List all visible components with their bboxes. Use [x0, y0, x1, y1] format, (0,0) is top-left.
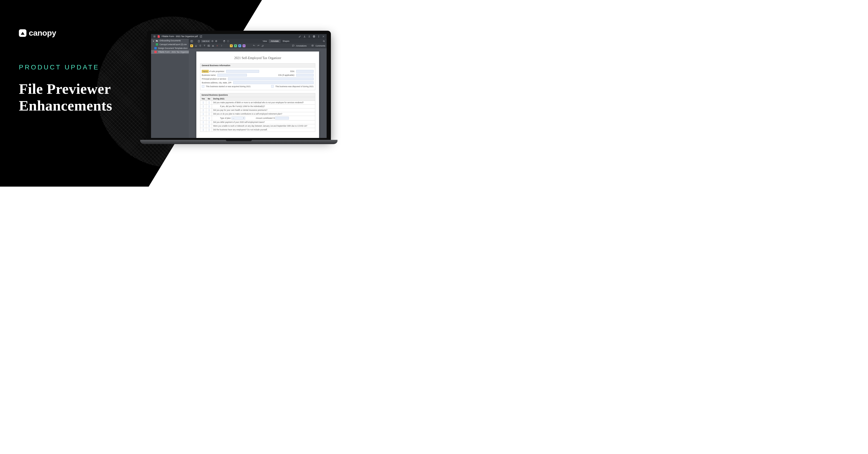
question-text: Did the business have any employees? Do … — [212, 128, 315, 132]
sidebar-toggle-icon[interactable] — [190, 40, 193, 42]
checkbox-yes[interactable] — [203, 109, 204, 112]
pan-hand-icon[interactable] — [223, 40, 226, 42]
sidebar-item-docx[interactable]: Design Document Template.docx — [151, 46, 189, 50]
questions-table: General Business Questions Yes No During… — [200, 93, 315, 132]
close-icon[interactable] — [322, 35, 325, 38]
viewer-toolbar-primary: 168 % ▾ View Annotate Shapes — [189, 39, 327, 44]
comments-panel-label[interactable]: Comments — [315, 45, 325, 47]
checkbox-no[interactable] — [209, 117, 209, 119]
image-icon[interactable] — [207, 45, 210, 47]
headline-line-2: Enhancements — [19, 97, 112, 114]
tab-view[interactable]: View — [261, 39, 269, 43]
table-row: Did you or do you plan to make contribut… — [200, 112, 315, 116]
zoom-out-icon[interactable] — [211, 40, 214, 42]
search-icon[interactable] — [322, 40, 325, 42]
plan-amount-input[interactable] — [275, 117, 289, 119]
highlight-swatch-yellow[interactable]: A — [230, 45, 233, 47]
strike-icon[interactable] — [199, 45, 202, 47]
checkbox-yes[interactable] — [203, 113, 204, 115]
highlight-swatch-green[interactable]: A — [234, 45, 237, 47]
pdf-page: 2021 Self-Employed Tax Organizer General… — [196, 52, 319, 138]
table-row: Did you make payments of $600 or more to… — [200, 101, 315, 105]
stamp-icon[interactable] — [212, 45, 214, 47]
sidebar-item-pdf[interactable]: Fillable Form - 2021 Tax Organizer.pdf — [151, 50, 189, 54]
sidebar-folder[interactable]: ▾ Onboarding Documents — [151, 39, 189, 42]
svg-rect-7 — [191, 40, 193, 42]
plan-type-dropdown[interactable]: ---▼ — [231, 117, 245, 119]
col-yes: Yes — [200, 97, 206, 101]
csv-file-icon — [156, 43, 158, 46]
delete-annotation-icon[interactable] — [216, 45, 219, 47]
more-icon[interactable] — [317, 35, 320, 38]
select-icon[interactable] — [227, 40, 229, 42]
file-sidebar: ▾ Onboarding Documents CanopyContactsExp… — [151, 39, 189, 138]
checkbox-no[interactable] — [209, 109, 209, 112]
eyebrow-label: PRODUCT UPDATE — [19, 63, 112, 71]
tab-shapes[interactable]: Shapes — [281, 39, 291, 43]
text-icon[interactable] — [203, 45, 206, 47]
print-icon[interactable] — [312, 35, 315, 38]
docx-file-icon — [154, 47, 157, 49]
ein-input[interactable] — [296, 74, 314, 77]
checkbox-no[interactable] — [209, 105, 209, 108]
sidebar-item-csv[interactable]: CanopyContactsExport (2).csv — [151, 42, 189, 46]
checkbox-no[interactable] — [209, 113, 209, 115]
undo-icon[interactable] — [252, 45, 255, 47]
tab-annotate[interactable]: Annotate — [269, 39, 281, 43]
svg-point-6 — [318, 37, 319, 37]
annotations-panel-label[interactable]: Annotations — [296, 45, 307, 47]
table-row: If yes, did you file Form(s) 1099 for th… — [200, 105, 315, 108]
checkbox-yes[interactable] — [203, 117, 204, 119]
highlight-swatch-purple[interactable]: A — [243, 45, 245, 47]
checkbox-no[interactable] — [209, 101, 209, 104]
next-icon[interactable] — [220, 45, 223, 47]
edit-icon[interactable] — [298, 35, 301, 38]
annotations-panel-icon[interactable] — [292, 45, 294, 47]
highlight-swatch-blue[interactable]: A — [238, 45, 241, 47]
folder-icon — [156, 39, 158, 42]
document-viewer: 168 % ▾ View Annotate Shapes — [189, 39, 327, 138]
document-canvas[interactable]: 2021 Self-Employed Tax Organizer General… — [189, 48, 327, 138]
svg-rect-16 — [312, 45, 313, 46]
popout-icon[interactable] — [200, 35, 203, 38]
eraser-icon[interactable] — [261, 45, 264, 47]
checkbox-no[interactable] — [209, 125, 209, 127]
field-label-product: Principal product or service: — [202, 78, 226, 80]
checkbox-yes[interactable] — [203, 125, 204, 127]
checkbox-yes[interactable] — [203, 105, 204, 108]
ssn-input[interactable] — [296, 70, 314, 73]
product-input[interactable] — [228, 78, 314, 80]
name-input[interactable] — [226, 70, 259, 73]
checkbox-started-label: This business started or was acquired du… — [206, 85, 251, 88]
checkbox-no[interactable] — [209, 129, 209, 131]
download-icon[interactable] — [303, 35, 306, 38]
checkbox-disposed-label: This business was disposed of during 202… — [275, 85, 314, 88]
plan-type-label: Type of plan: — [220, 117, 231, 119]
question-text: If yes, did you file Form(s) 1099 for th… — [212, 105, 315, 108]
plan-amount-label: Amount contributed: $ — [256, 117, 275, 119]
chevron-down-icon: ▾ — [153, 40, 154, 41]
checkbox-no[interactable] — [209, 121, 209, 123]
underline-icon[interactable] — [194, 45, 197, 47]
comments-panel-icon[interactable] — [311, 45, 314, 47]
svg-point-0 — [309, 36, 310, 36]
question-text: Were you unable to work or telework on a… — [212, 124, 315, 128]
page-fit-icon[interactable] — [197, 40, 200, 42]
checkbox-disposed[interactable] — [271, 85, 274, 88]
sidebar-item-label: Design Document Template.docx — [158, 47, 188, 49]
address-input[interactable] — [233, 81, 314, 84]
menu-icon[interactable] — [153, 35, 156, 38]
highlight-yellow-icon[interactable]: A — [190, 45, 193, 47]
business-name-input[interactable] — [217, 74, 247, 77]
field-label-ssn: SSN: — [290, 70, 295, 73]
col-no: No — [206, 97, 212, 101]
checkbox-started[interactable] — [202, 85, 205, 88]
app-topbar: Fillable Form - 2021 Tax Organizer.pdf — [151, 34, 327, 39]
zoom-level[interactable]: 168 % ▾ — [201, 40, 210, 42]
share-icon[interactable] — [308, 35, 311, 38]
zoom-in-icon[interactable] — [215, 40, 218, 42]
checkbox-yes[interactable] — [203, 121, 204, 123]
redo-icon[interactable] — [257, 45, 259, 47]
checkbox-yes[interactable] — [203, 101, 204, 104]
checkbox-yes[interactable] — [203, 129, 204, 131]
